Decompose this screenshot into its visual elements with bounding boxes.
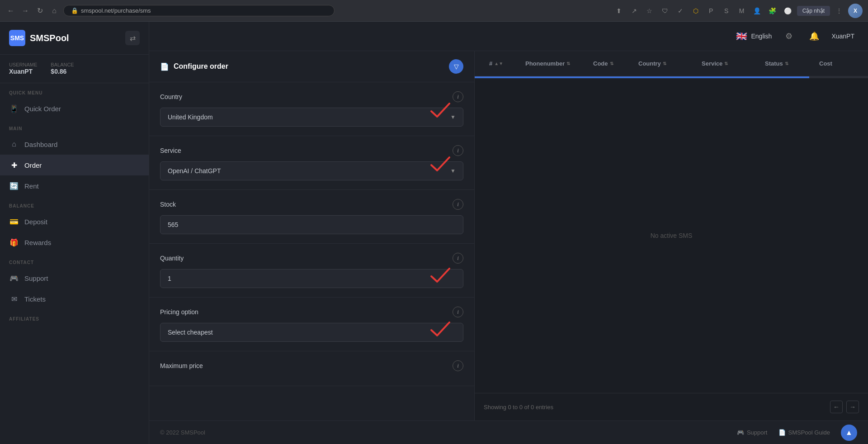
support-label: Support: [24, 274, 48, 282]
sidebar-toggle-button[interactable]: ⇄: [125, 31, 140, 45]
pricing-option-input[interactable]: [160, 323, 463, 342]
deposit-label: Deposit: [24, 218, 47, 226]
code-label: Code: [593, 60, 608, 67]
ext5-icon[interactable]: 👤: [751, 5, 764, 17]
username-value: XuanPT: [9, 68, 33, 75]
sidebar-item-order[interactable]: ✚ Order: [0, 155, 149, 175]
chevron-down-icon: ▼: [450, 114, 456, 120]
prev-page-button[interactable]: ←: [830, 401, 843, 413]
country-label-row: Country i: [160, 91, 463, 102]
language-selector[interactable]: 🇬🇧 English: [736, 31, 772, 42]
balance-label-section: BALANCE: [0, 196, 149, 211]
support-icon: 🎮: [9, 273, 19, 283]
footer-guide-label: SMSPool Guide: [788, 429, 830, 436]
ext4-icon[interactable]: M: [736, 5, 748, 17]
code-sort-icon: ⇅: [610, 61, 613, 66]
order-panel-header: 📄 Configure order ▽: [149, 51, 474, 82]
hash-label: #: [489, 60, 492, 67]
screenshot-icon[interactable]: ⬆: [613, 5, 625, 17]
col-service[interactable]: Service ⇅: [696, 60, 760, 67]
menu-icon[interactable]: ⋮: [833, 5, 845, 17]
balance-value: $0.86: [51, 68, 66, 75]
quick-order-label: Quick Order: [24, 105, 61, 113]
status-label: Status: [765, 60, 783, 67]
rent-label: Rent: [24, 182, 39, 190]
quantity-input[interactable]: [160, 269, 463, 288]
tickets-label: Tickets: [24, 295, 46, 303]
footer-support-link[interactable]: 🎮 Support: [737, 429, 768, 436]
phonenumber-label: Phonenumber: [525, 60, 565, 67]
next-page-button[interactable]: →: [846, 401, 859, 413]
sidebar-item-rewards[interactable]: 🎁 Rewards: [0, 232, 149, 253]
sidebar-item-deposit[interactable]: 💳 Deposit: [0, 211, 149, 232]
balance-label: Balance: [51, 62, 74, 67]
deposit-icon: 💳: [9, 217, 19, 227]
pricing-help-button[interactable]: i: [453, 307, 463, 317]
username-info: Username XuanPT: [9, 62, 37, 76]
ext6-icon[interactable]: 🧩: [766, 5, 779, 17]
pricing-option-label-row: Pricing option i: [160, 307, 463, 317]
service-label-row: Service i: [160, 145, 463, 156]
rewards-label: Rewards: [24, 239, 51, 246]
col-code[interactable]: Code ⇅: [588, 60, 633, 67]
sidebar-item-support[interactable]: 🎮 Support: [0, 268, 149, 288]
maximum-price-help-button[interactable]: i: [453, 360, 463, 371]
back-button[interactable]: ←: [5, 5, 16, 16]
notifications-button[interactable]: 🔔: [806, 28, 822, 44]
phonenumber-sort-icon: ⇅: [566, 61, 570, 66]
document-icon: 📄: [160, 62, 169, 71]
col-hash[interactable]: # ▲▼: [484, 60, 520, 67]
url-bar[interactable]: 🔒 smspool.net/purchase/sms: [63, 5, 335, 16]
country-value: United Kingdom: [168, 113, 213, 121]
share-icon[interactable]: ↗: [628, 5, 641, 17]
expand-button[interactable]: ▽: [449, 59, 463, 74]
no-data-message: No active SMS: [651, 232, 693, 239]
avatar: X: [848, 4, 863, 18]
col-phonenumber[interactable]: Phonenumber ⇅: [520, 60, 588, 67]
scroll-top-button[interactable]: ▲: [841, 425, 857, 441]
footer-support-label: Support: [747, 429, 768, 436]
shield-icon[interactable]: 🛡: [659, 5, 671, 17]
country-dropdown[interactable]: United Kingdom ▼: [160, 108, 463, 127]
sidebar-item-quick-order[interactable]: 📱 Quick Order: [0, 98, 149, 119]
sidebar-item-dashboard[interactable]: ⌂ Dashboard: [0, 134, 149, 155]
sidebar-item-rent[interactable]: 🔄 Rent: [0, 175, 149, 196]
forward-button[interactable]: →: [20, 5, 31, 16]
ext7-icon[interactable]: ⚪: [782, 5, 794, 17]
home-button[interactable]: ⌂: [49, 5, 60, 16]
username-label: Username: [9, 62, 37, 67]
service-dropdown[interactable]: OpenAI / ChatGPT ▼: [160, 161, 463, 180]
star-icon[interactable]: ☆: [643, 5, 656, 17]
service-section: Service i OpenAI / ChatGPT ▼: [149, 136, 474, 190]
app-name: SMSPool: [30, 33, 69, 43]
ext3-icon[interactable]: S: [720, 5, 733, 17]
contact-label: CONTACT: [0, 253, 149, 268]
flag-icon: 🇬🇧: [736, 31, 747, 42]
lock-icon: 🔒: [71, 7, 78, 14]
copyright-text: © 2022 SMSPool: [160, 429, 205, 436]
country-help-button[interactable]: i: [453, 91, 463, 102]
stock-input[interactable]: [160, 215, 463, 234]
service-help-button[interactable]: i: [453, 145, 463, 156]
check-icon[interactable]: ✓: [674, 5, 687, 17]
browser-icons: ⬆ ↗ ☆ 🛡 ✓ ⬡ P S M 👤 🧩 ⚪ Cập nhật ⋮ X: [613, 4, 863, 18]
quantity-label: Quantity: [160, 255, 184, 262]
stock-help-button[interactable]: i: [453, 199, 463, 210]
col-cost[interactable]: Cost: [814, 60, 859, 67]
ext1-icon[interactable]: ⬡: [689, 5, 702, 17]
quantity-help-button[interactable]: i: [453, 253, 463, 264]
dashboard-label: Dashboard: [24, 141, 57, 148]
col-status[interactable]: Status ⇅: [760, 60, 814, 67]
maximum-price-section: Maximum price i: [149, 351, 474, 386]
settings-button[interactable]: ⚙: [781, 28, 797, 44]
content-area: 🇬🇧 English ⚙ 🔔 XuanPT 📄 Configure order …: [149, 22, 868, 444]
update-button[interactable]: Cập nhật: [797, 6, 830, 16]
footer-guide-link[interactable]: 📄 SMSPool Guide: [778, 429, 830, 436]
reload-button[interactable]: ↻: [34, 5, 45, 16]
language-label: English: [751, 33, 772, 40]
col-country[interactable]: Country ⇅: [633, 60, 696, 67]
ext2-icon[interactable]: P: [705, 5, 717, 17]
sidebar-item-tickets[interactable]: ✉ Tickets: [0, 288, 149, 309]
rent-icon: 🔄: [9, 181, 19, 191]
stock-label-row: Stock i: [160, 199, 463, 210]
